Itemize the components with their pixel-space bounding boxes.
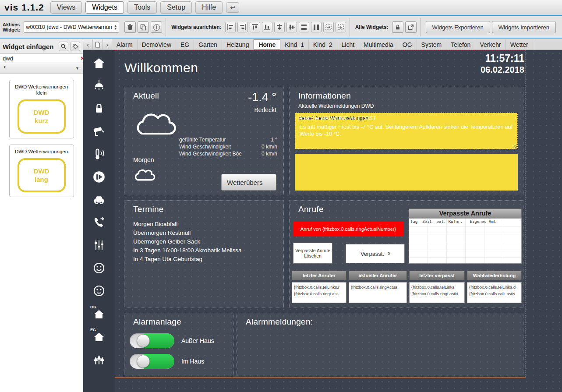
- nav-light-button[interactable]: [83, 74, 115, 97]
- widget-card-title: DWD Wetterwarnungen: [12, 148, 71, 155]
- view-tab-system[interactable]: System: [417, 39, 447, 49]
- play-icon: [92, 170, 106, 184]
- view-tab-eg[interactable]: EG: [176, 39, 194, 49]
- eg-label: EG: [90, 328, 96, 332]
- termine-item: In 3 Tagen 16:00-18:00 Akrobatik Melissa: [133, 246, 278, 255]
- nav-settings-button[interactable]: [83, 234, 115, 257]
- row-label: Wind Geschwindigkeit Böe: [179, 150, 242, 157]
- widget-select-stepper[interactable]: ▲ ▼: [112, 24, 117, 30]
- nav-phone-button[interactable]: [83, 211, 115, 234]
- align-bottom-button[interactable]: [262, 22, 272, 32]
- view-tab-home[interactable]: Home: [254, 39, 280, 49]
- row-label: gefühlte Temperatur: [179, 136, 226, 143]
- menu-tab-views[interactable]: Views: [50, 1, 82, 14]
- palette-tag-button[interactable]: [71, 42, 80, 51]
- stepper-down-icon[interactable]: ▼: [114, 27, 117, 30]
- active-widget-select[interactable]: w00310 (dwd - DWD Wetterwarnungen kl ▲ ▼: [24, 21, 119, 33]
- view-canvas[interactable]: OG EG: [83, 50, 562, 392]
- last-missed-button[interactable]: letzter verpasst: [409, 271, 465, 280]
- current-caller-button[interactable]: aktueller Anrufer: [349, 271, 407, 280]
- widget-card-dwd-klein[interactable]: DWD Wetterwarnungen klein DWD kurz: [9, 80, 74, 138]
- dwd-warning-widget-selected[interactable]: derzeit keine Warnmeldungen Amtliche WAR…: [295, 113, 518, 149]
- car-icon: [92, 193, 106, 207]
- view-tab-wetter[interactable]: Wetter: [506, 39, 533, 49]
- missed-count: 0: [388, 251, 390, 256]
- palette-search-button[interactable]: [59, 42, 68, 51]
- nav-floor-og-button[interactable]: OG: [83, 302, 115, 325]
- clear-missed-calls-button[interactable]: Verpasste Anrufe Löschen: [293, 243, 332, 264]
- view-tab-og[interactable]: OG: [398, 39, 417, 49]
- binding-line: {fritzbox.0.calls.ringLast: [294, 290, 344, 297]
- missed-calls-table: Tag Zeit ext. Rufnr. Eigenes Amt: [409, 218, 522, 264]
- nav-media-button[interactable]: [83, 166, 115, 188]
- nav-lock-button[interactable]: [83, 97, 115, 120]
- delete-widget-button[interactable]: [124, 21, 136, 33]
- active-widget-label: Aktives Widget:: [3, 22, 20, 32]
- call-forward-icon: [92, 216, 106, 229]
- home-icon: [92, 57, 106, 70]
- align-left-button[interactable]: [225, 22, 236, 32]
- weather-row: gefühlte Temperatur -1 °: [179, 136, 277, 143]
- toggle-label: Außer Haus: [181, 337, 214, 344]
- nav-camera-button[interactable]: [83, 120, 115, 143]
- toggle-knob[interactable]: [137, 355, 150, 368]
- termine-item: Übermorgen Restmüll: [133, 229, 278, 237]
- align-vertical-center-button[interactable]: [286, 22, 297, 32]
- nav-garden-button[interactable]: [83, 348, 115, 371]
- lock-widgets-button[interactable]: [392, 21, 403, 33]
- align-horizontal-center-button[interactable]: [274, 22, 285, 32]
- view-tab-garten[interactable]: Garten: [194, 39, 222, 49]
- widget-info-button[interactable]: i: [151, 21, 162, 33]
- views-prev-button[interactable]: ‹: [83, 39, 93, 49]
- im-haus-toggle[interactable]: [130, 354, 174, 369]
- view-tab-multimedia[interactable]: Multimedia: [359, 39, 398, 49]
- row-value: 0 km/h: [262, 143, 277, 150]
- view-tab-kind1[interactable]: Kind_1: [280, 39, 309, 49]
- open-export-button[interactable]: [405, 21, 417, 33]
- toggle-knob[interactable]: [137, 334, 150, 347]
- menu-tab-tools[interactable]: Tools: [127, 1, 157, 14]
- weather-overview-button[interactable]: Wetterübers: [221, 174, 276, 191]
- align-top-button[interactable]: [250, 22, 260, 32]
- stepper-up-icon[interactable]: ▲: [114, 24, 117, 27]
- view-tab-heizung[interactable]: Heizung: [222, 39, 254, 49]
- copy-widget-button[interactable]: [138, 21, 149, 33]
- undo-button[interactable]: ↩: [226, 2, 239, 13]
- view-tab-kind2[interactable]: Kind_2: [309, 39, 337, 49]
- nav-kid2-button[interactable]: [83, 279, 115, 302]
- widgets-import-button[interactable]: Widgets Importieren: [492, 21, 556, 33]
- nav-heating-button[interactable]: [83, 143, 115, 166]
- view-tab-demoview[interactable]: DemoView: [138, 39, 176, 49]
- resize-handle[interactable]: [513, 145, 517, 148]
- trash-icon: [127, 24, 134, 31]
- nav-kid1-button[interactable]: [83, 257, 115, 279]
- view-tab-verkehr[interactable]: Verkehr: [475, 39, 505, 49]
- menu-tab-setup[interactable]: Setup: [160, 1, 192, 14]
- copy-view-button[interactable]: [93, 39, 103, 49]
- views-next-button[interactable]: ›: [103, 39, 112, 49]
- nav-car-button[interactable]: [83, 188, 115, 211]
- nav-home-button[interactable]: [83, 52, 115, 74]
- align-right-button[interactable]: [237, 22, 248, 32]
- binding-line: {fritzbox.0.calls.callLastN: [469, 290, 520, 297]
- redial-button[interactable]: Wahlwiederholung: [467, 271, 522, 280]
- info-icon: i: [153, 24, 160, 31]
- view-tab-alarm[interactable]: Alarm: [112, 39, 138, 49]
- widgets-export-button[interactable]: Widgets Exportieren: [426, 21, 490, 33]
- last-caller-button[interactable]: letzter Anrufer: [292, 271, 346, 280]
- same-height-button[interactable]: [311, 22, 322, 32]
- menu-tab-hilfe[interactable]: Hilfe: [195, 1, 223, 14]
- widget-set-filter[interactable]: * ▼: [0, 63, 83, 74]
- nav-floor-eg-button[interactable]: EG: [83, 325, 115, 348]
- menu-tab-widgets[interactable]: Widgets: [85, 1, 124, 14]
- same-width-button[interactable]: [299, 22, 309, 32]
- widget-card-dwd-lang[interactable]: DWD Wetterwarnungen DWD lang: [9, 145, 74, 197]
- distribute-horizontal-button[interactable]: [323, 22, 334, 32]
- widget-search-input[interactable]: [3, 55, 80, 62]
- ausser-haus-toggle[interactable]: [130, 333, 174, 348]
- view-tab-telefon[interactable]: Telefon: [446, 39, 475, 49]
- weather-condition: Bedeckt: [254, 106, 276, 113]
- view-tab-licht[interactable]: Licht: [337, 39, 360, 49]
- distribute-vertical-button[interactable]: [336, 22, 346, 32]
- dwd-warning-widget-2[interactable]: [295, 154, 518, 191]
